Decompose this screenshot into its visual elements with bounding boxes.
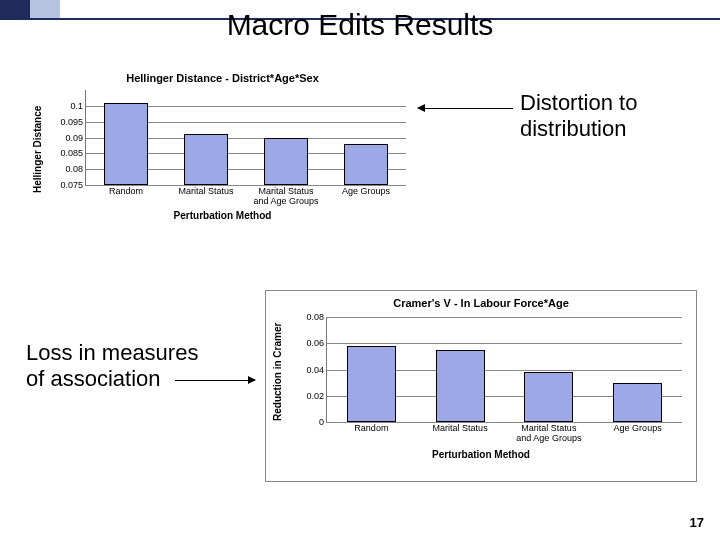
plot-area: 00.020.040.060.08RandomMarital StatusMar… xyxy=(326,317,682,423)
y-tick: 0.08 xyxy=(65,164,86,174)
arrow-left xyxy=(418,108,513,109)
y-tick: 0.04 xyxy=(306,365,327,375)
category-label: Marital Status and Age Groups xyxy=(246,185,326,207)
plot-area: 0.0750.080.0850.090.0950.1RandomMarital … xyxy=(85,90,406,186)
chart-title: Hellinger Distance - District*Age*Sex xyxy=(30,72,415,86)
category-label: Random xyxy=(327,422,416,434)
x-axis-label: Perturbation Method xyxy=(30,210,415,221)
category-label: Random xyxy=(86,185,166,197)
chart-title: Cramer's V - In Labour Force*Age xyxy=(266,291,696,309)
bar xyxy=(524,372,573,422)
bar xyxy=(184,134,228,185)
y-tick: 0 xyxy=(319,417,327,427)
bar xyxy=(613,383,662,422)
bar xyxy=(104,103,148,185)
category-label: Age Groups xyxy=(326,185,406,197)
page-number: 17 xyxy=(690,515,704,530)
y-tick: 0.09 xyxy=(65,133,86,143)
bar xyxy=(344,144,388,185)
arrow-right xyxy=(175,380,255,381)
annotation-distortion: Distortion to distribution xyxy=(520,90,637,142)
y-tick: 0.06 xyxy=(306,338,327,348)
category-label: Marital Status and Age Groups xyxy=(505,422,594,444)
y-tick: 0.075 xyxy=(60,180,86,190)
slide-title: Macro Edits Results xyxy=(0,8,720,42)
bar xyxy=(264,138,308,186)
y-tick: 0.1 xyxy=(70,101,86,111)
category-label: Marital Status xyxy=(166,185,246,197)
category-label: Age Groups xyxy=(593,422,682,434)
category-label: Marital Status xyxy=(416,422,505,434)
y-axis-label: Hellinger Distance xyxy=(32,98,43,193)
bar xyxy=(436,350,485,422)
y-tick: 0.08 xyxy=(306,312,327,322)
y-tick: 0.02 xyxy=(306,391,327,401)
bar xyxy=(347,346,396,422)
chart-cramer: Cramer's V - In Labour Force*Age Reducti… xyxy=(265,290,697,482)
y-axis-label: Reduction in Cramer xyxy=(272,321,283,421)
y-tick: 0.085 xyxy=(60,148,86,158)
y-tick: 0.095 xyxy=(60,117,86,127)
chart-hellinger: Hellinger Distance - District*Age*Sex He… xyxy=(30,72,415,242)
x-axis-label: Perturbation Method xyxy=(266,449,696,460)
annotation-loss: Loss in measures of association xyxy=(26,340,198,392)
